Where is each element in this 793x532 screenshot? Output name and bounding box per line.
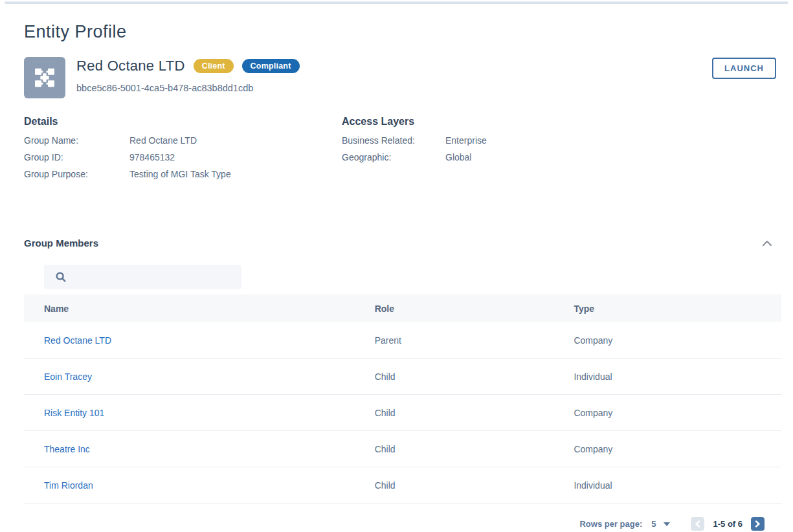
member-name-link[interactable]: Risk Entity 101 <box>44 408 104 418</box>
field-label: Group Purpose: <box>24 169 129 179</box>
member-role: Child <box>375 371 574 382</box>
group-members-heading: Group Members <box>24 238 98 249</box>
access-layers-section: Access Layers Business Related: Enterpri… <box>342 116 660 186</box>
table-row: Tim Riordan Child Individual <box>24 467 781 504</box>
search-icon <box>55 271 67 283</box>
details-section: Details Group Name: Red Octane LTD Group… <box>24 116 342 186</box>
entity-profile-page: Entity Profile Red Octane LTD Client Com… <box>0 0 793 531</box>
collapse-section-button[interactable] <box>761 239 774 248</box>
table-row: Red Octane LTD Parent Company <box>24 322 781 359</box>
field-value: Enterprise <box>445 135 487 146</box>
field-value: 978465132 <box>129 152 175 162</box>
members-search <box>44 265 241 289</box>
rows-per-page-dropdown-icon[interactable] <box>664 522 670 526</box>
member-role: Parent <box>375 335 574 346</box>
table-row: Risk Entity 101 Child Company <box>24 395 781 431</box>
member-role: Child <box>375 480 574 491</box>
member-name-link[interactable]: Theatre Inc <box>44 444 90 454</box>
client-badge: Client <box>194 59 234 73</box>
field-value: Testing of MGI Task Type <box>129 169 231 179</box>
details-heading: Details <box>24 116 342 127</box>
member-type: Company <box>574 335 781 346</box>
table-header-row: Name Role Type <box>24 294 781 322</box>
rows-per-page-label: Rows per page: <box>579 519 642 529</box>
compliant-badge: Compliant <box>242 59 300 73</box>
column-header-role: Role <box>375 304 574 314</box>
member-name-link[interactable]: Eoin Tracey <box>44 371 92 382</box>
member-type: Individual <box>574 371 781 382</box>
group-hierarchy-icon <box>24 57 65 98</box>
member-type: Company <box>574 444 781 454</box>
chevron-left-icon <box>695 520 700 527</box>
member-name-link[interactable]: Red Octane LTD <box>44 335 111 346</box>
previous-page-button[interactable] <box>691 517 704 531</box>
search-input[interactable] <box>73 272 234 282</box>
entity-uuid: bbce5c86-5001-4ca5-b478-ac83b8dd1cdb <box>76 83 300 93</box>
column-header-name: Name <box>24 304 375 314</box>
next-page-button[interactable] <box>751 517 765 531</box>
member-type: Company <box>574 408 781 418</box>
column-header-type: Type <box>574 304 781 314</box>
field-label: Business Related: <box>342 135 445 146</box>
pagination-range: 1-5 of 6 <box>713 519 743 529</box>
rows-per-page-value[interactable]: 5 <box>651 519 656 529</box>
member-role: Child <box>375 444 574 454</box>
table-row: Eoin Tracey Child Individual <box>24 359 781 395</box>
table-row: Theatre Inc Child Company <box>24 431 781 467</box>
field-label: Group ID: <box>24 152 129 162</box>
group-members-section: Group Members Name Role Type Red Octane … <box>24 238 781 531</box>
field-value: Red Octane LTD <box>129 135 197 146</box>
member-type: Individual <box>574 480 781 491</box>
page-title: Entity Profile <box>24 22 781 42</box>
field-business-related: Business Related: Enterprise <box>342 135 660 146</box>
members-table: Name Role Type Red Octane LTD Parent Com… <box>24 294 781 504</box>
entity-header: Red Octane LTD Client Compliant bbce5c86… <box>24 57 781 98</box>
field-label: Group Name: <box>24 135 129 146</box>
chevron-right-icon <box>755 520 761 527</box>
field-value: Global <box>445 152 471 162</box>
field-group-purpose: Group Purpose: Testing of MGI Task Type <box>24 169 342 179</box>
entity-info: Red Octane LTD Client Compliant bbce5c86… <box>76 57 300 98</box>
field-label: Geographic: <box>342 152 445 162</box>
table-pagination: Rows per page: 5 1-5 of 6 <box>24 517 781 531</box>
field-geographic: Geographic: Global <box>342 152 660 162</box>
field-group-id: Group ID: 978465132 <box>24 152 342 162</box>
details-grid: Details Group Name: Red Octane LTD Group… <box>24 116 781 186</box>
chevron-up-icon <box>762 240 772 247</box>
member-role: Child <box>375 408 574 418</box>
launch-button[interactable]: LAUNCH <box>712 58 776 79</box>
field-group-name: Group Name: Red Octane LTD <box>24 135 342 146</box>
entity-name: Red Octane LTD <box>76 58 185 74</box>
member-name-link[interactable]: Tim Riordan <box>44 480 93 491</box>
access-layers-heading: Access Layers <box>342 116 660 127</box>
